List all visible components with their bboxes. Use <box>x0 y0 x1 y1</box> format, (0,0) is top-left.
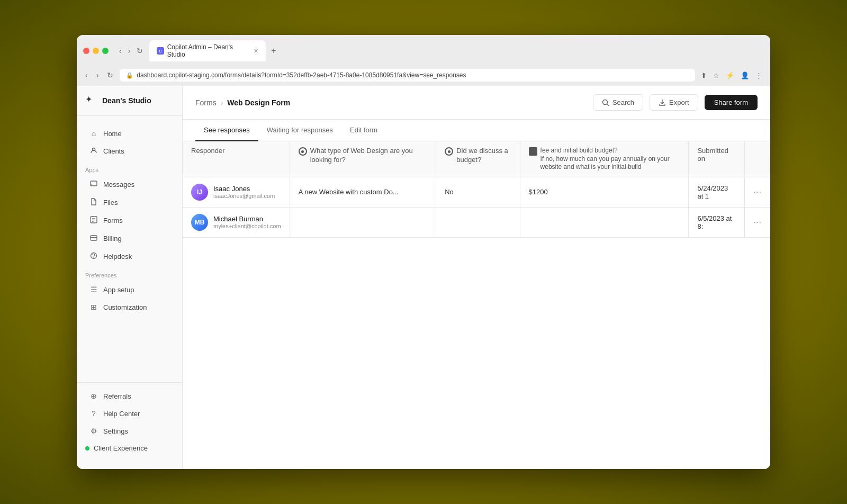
address-bar[interactable]: 🔒 dashboard.copilot-staging.com/forms/de… <box>120 69 695 82</box>
app-setup-icon: ☰ <box>89 285 98 294</box>
annual-payment-cell-2 <box>520 207 689 237</box>
col-annual-icon-group: fee and initial build budget? If no, how… <box>529 147 680 172</box>
customization-icon: ⊞ <box>89 303 98 311</box>
tab-edit-form[interactable]: Edit form <box>341 120 386 141</box>
sidebar-item-clients[interactable]: Clients <box>81 142 178 160</box>
sidebar-item-customization[interactable]: ⊞ Customization <box>81 299 178 316</box>
sidebar-nav: ⌂ Home Clients Apps <box>77 120 182 382</box>
studio-name: Dean's Studio <box>102 96 151 105</box>
tab-waiting-label: Waiting for responses <box>267 126 333 134</box>
col-header-annual-payment: fee and initial build budget? If no, how… <box>520 141 689 177</box>
web-design-type-cell-2 <box>290 207 436 237</box>
address-bar-row: ‹ › ↻ 🔒 dashboard.copilot-staging.com/fo… <box>77 66 770 86</box>
browser-window: ‹ › ↻ C Copilot Admin – Dean's Studio ✕ … <box>77 35 770 469</box>
col-submitted-label: Submitted on <box>697 147 728 163</box>
tab-bar: C Copilot Admin – Dean's Studio ✕ + <box>149 40 279 61</box>
traffic-lights <box>83 48 109 54</box>
share-form-label: Share form <box>714 98 748 106</box>
sidebar-item-customization-label: Customization <box>103 303 147 311</box>
sidebar-item-app-setup[interactable]: ☰ App setup <box>81 281 178 298</box>
search-label: Search <box>612 98 634 106</box>
sidebar-item-files[interactable]: Files <box>81 194 178 211</box>
sidebar-item-help-center-label: Help Center <box>103 410 140 418</box>
col-header-submitted-on: Submitted on <box>689 141 744 177</box>
sidebar-item-help-center[interactable]: ? Help Center <box>81 405 178 422</box>
row-menu-button-1[interactable]: ··· <box>753 187 762 196</box>
home-icon: ⌂ <box>89 129 98 138</box>
bookmark-button[interactable]: ☆ <box>711 70 721 81</box>
tab-see-responses-label: See responses <box>204 126 250 134</box>
sidebar-item-messages-label: Messages <box>103 181 134 188</box>
sidebar-item-forms[interactable]: Forms <box>81 212 178 229</box>
browser-chrome: ‹ › ↻ C Copilot Admin – Dean's Studio ✕ … <box>77 35 770 66</box>
budget-discussed-cell-1: No <box>436 177 520 207</box>
extension-button[interactable]: ⚡ <box>724 70 736 81</box>
sidebar-item-settings[interactable]: ⚙ Settings <box>81 422 178 439</box>
col-budget-icon-group: Did we discuss a budget? <box>445 147 511 165</box>
sidebar-item-messages[interactable]: Messages <box>81 176 178 193</box>
export-label: Export <box>669 98 689 106</box>
sidebar-item-referrals-label: Referrals <box>103 392 131 400</box>
sidebar: ✦ Dean's Studio ⌂ Home Clients <box>77 86 183 469</box>
sidebar-item-billing[interactable]: Billing <box>81 230 178 247</box>
tab-waiting-for-responses[interactable]: Waiting for responses <box>258 120 341 141</box>
sidebar-item-referrals[interactable]: ⊕ Referrals <box>81 388 178 404</box>
url-text: dashboard.copilot-staging.com/forms/deta… <box>137 71 466 79</box>
share-browser-button[interactable]: ⬆ <box>699 70 708 81</box>
back-button[interactable]: ‹ <box>117 46 124 56</box>
responder-details-1: Isaac Jones isaacJones@gmail.com <box>213 185 275 199</box>
refresh-button[interactable]: ↻ <box>134 46 145 56</box>
app-layout: ✦ Dean's Studio ⌂ Home Clients <box>77 86 770 469</box>
browser-actions: ⬆ ☆ ⚡ 👤 ⋮ <box>699 70 764 81</box>
new-tab-button[interactable]: + <box>268 45 279 57</box>
responder-details-2: Michael Burman myles+client@copilot.com <box>213 215 281 229</box>
sidebar-item-client-experience[interactable]: Client Experience <box>77 440 182 456</box>
lock-icon: 🔒 <box>126 72 133 79</box>
col-header-responder: Responder <box>183 141 290 177</box>
sidebar-item-forms-label: Forms <box>103 217 123 224</box>
table-row: IJ Isaac Jones isaacJones@gmail.com A ne… <box>183 177 770 207</box>
svg-point-9 <box>93 257 94 258</box>
address-back-button[interactable]: ‹ <box>83 70 90 80</box>
menu-button[interactable]: ⋮ <box>754 70 764 81</box>
forward-button[interactable]: › <box>126 46 133 56</box>
address-forward-button[interactable]: › <box>94 70 101 80</box>
budget-value-1: No <box>445 188 454 196</box>
export-button[interactable]: Export <box>650 94 698 111</box>
responder-email-1: isaacJones@gmail.com <box>213 193 275 199</box>
svg-rect-6 <box>91 236 97 240</box>
files-icon <box>89 198 98 207</box>
profile-button[interactable]: 👤 <box>739 70 751 81</box>
active-tab[interactable]: C Copilot Admin – Dean's Studio ✕ <box>149 40 266 61</box>
close-window-button[interactable] <box>83 48 89 54</box>
sidebar-item-home[interactable]: ⌂ Home <box>81 125 178 142</box>
row-menu-button-2[interactable]: ··· <box>753 218 762 227</box>
responder-email-2: myles+client@copilot.com <box>213 223 281 229</box>
tab-close-button[interactable]: ✕ <box>254 48 258 55</box>
search-button[interactable]: Search <box>593 94 643 111</box>
sidebar-item-home-label: Home <box>103 130 122 138</box>
sidebar-item-helpdesk[interactable]: Helpdesk <box>81 248 178 265</box>
address-refresh-button[interactable]: ↻ <box>105 70 115 80</box>
submitted-on-cell-2: 6/5/2023 at 8: <box>689 207 744 237</box>
helpdesk-icon <box>89 252 98 261</box>
col-responder-label: Responder <box>191 147 225 155</box>
annual-payment-cell-1: $1200 <box>520 177 689 207</box>
radio-icon-2 <box>445 147 453 156</box>
logo-icon: ✦ <box>85 94 98 107</box>
col-header-web-design-type: What type of Web Design are you looking … <box>290 141 436 177</box>
online-indicator <box>85 446 89 451</box>
radio-icon <box>299 147 307 156</box>
breadcrumb-parent[interactable]: Forms <box>195 98 217 107</box>
tabs-bar: See responses Waiting for responses Edit… <box>183 120 770 141</box>
table-row: MB Michael Burman myles+client@copilot.c… <box>183 207 770 237</box>
breadcrumb: Forms › Web Design Form <box>195 98 290 107</box>
col-header-budget-discussed: Did we discuss a budget? <box>436 141 520 177</box>
share-form-button[interactable]: Share form <box>705 95 758 110</box>
tab-see-responses[interactable]: See responses <box>195 120 258 141</box>
maximize-window-button[interactable] <box>102 48 109 54</box>
header-actions: Search Export Share form <box>593 94 758 111</box>
minimize-window-button[interactable] <box>93 48 99 54</box>
breadcrumb-separator: › <box>221 98 223 107</box>
help-center-icon: ? <box>89 409 98 418</box>
